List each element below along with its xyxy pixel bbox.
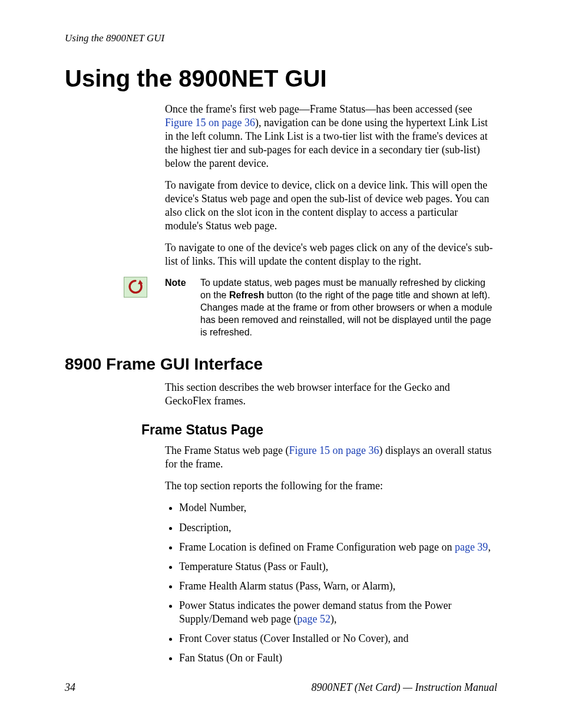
intro-p3: To navigate to one of the device's web p… xyxy=(165,241,497,268)
section3-p1: The Frame Status web page (Figure 15 on … xyxy=(165,444,497,471)
running-head: Using the 8900NET GUI xyxy=(65,32,497,44)
section-heading-frame-gui: 8900 Frame GUI Interface xyxy=(65,355,497,374)
b5b: ), xyxy=(330,613,337,625)
note-bold: Refresh xyxy=(229,290,265,300)
intro-p1: Once the frame's first web page—Frame St… xyxy=(165,103,497,170)
intro-block: Once the frame's first web page—Frame St… xyxy=(165,103,497,268)
section3-body: The Frame Status web page (Figure 15 on … xyxy=(165,444,497,664)
page-footer: 34 8900NET (Net Card) — Instruction Manu… xyxy=(65,681,497,694)
list-item: Model Number, xyxy=(179,501,497,515)
section2-p1: This section describes the web browser i… xyxy=(165,381,497,408)
doc-title: 8900NET (Net Card) — Instruction Manual xyxy=(311,681,497,694)
subsection-heading-frame-status: Frame Status Page xyxy=(141,422,497,438)
page-title: Using the 8900NET GUI xyxy=(65,65,497,92)
section3-p1a: The Frame Status web page ( xyxy=(165,444,289,456)
bullet-list: Model Number, Description, Frame Locatio… xyxy=(165,501,497,664)
list-item: Frame Health Alarm status (Pass, Warn, o… xyxy=(179,579,497,593)
b2a: Frame Location is defined on Frame Confi… xyxy=(179,541,455,553)
note-label: Note xyxy=(165,276,200,289)
link-figure-15[interactable]: Figure 15 on page 36 xyxy=(165,117,255,129)
list-item: Fan Status (On or Fault) xyxy=(179,651,497,665)
list-item: Front Cover status (Cover Installed or N… xyxy=(179,632,497,645)
refresh-icon xyxy=(124,276,157,299)
intro-p1a: Once the frame's first web page—Frame St… xyxy=(165,103,472,115)
list-item: Temperature Status (Pass or Fault), xyxy=(179,560,497,574)
list-item: Frame Location is defined on Frame Confi… xyxy=(179,541,497,554)
page-number: 34 xyxy=(65,681,75,694)
section2-body: This section describes the web browser i… xyxy=(165,381,497,408)
section3-p2: The top section reports the following fo… xyxy=(165,479,497,493)
intro-p2: To navigate from device to device, click… xyxy=(165,179,497,233)
link-page-52[interactable]: page 52 xyxy=(297,613,330,625)
note-block: Note To update status, web pages must be… xyxy=(65,276,497,338)
page: Using the 8900NET GUI Using the 8900NET … xyxy=(0,0,562,728)
list-item: Power Status indicates the power demand … xyxy=(179,599,497,626)
b2b: , xyxy=(488,541,491,553)
link-figure-15-b[interactable]: Figure 15 on page 36 xyxy=(289,444,379,456)
note-text: To update status, web pages must be manu… xyxy=(200,276,497,338)
link-page-39[interactable]: page 39 xyxy=(455,541,488,553)
list-item: Description, xyxy=(179,521,497,535)
